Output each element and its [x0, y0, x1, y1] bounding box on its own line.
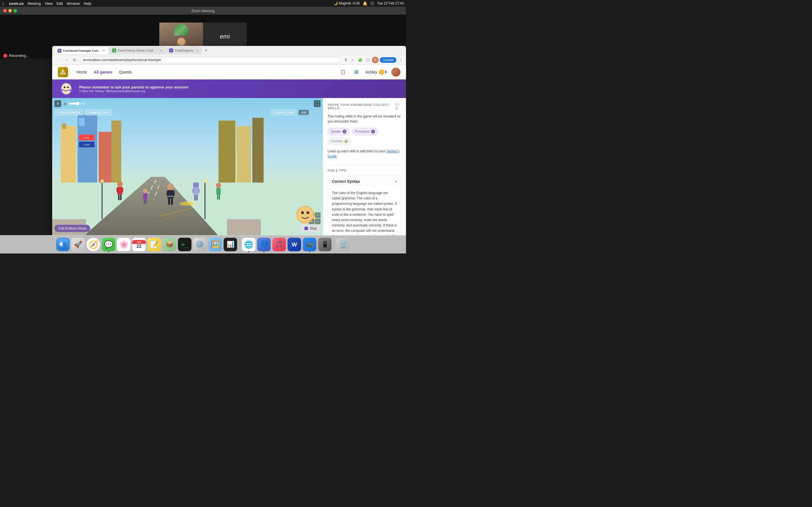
scene-code-button[interactable]: + Scene Code — [270, 109, 296, 115]
dock-icon-word[interactable]: W — [288, 238, 301, 251]
menu-window[interactable]: Window — [67, 1, 80, 6]
skill-badge-syntax[interactable]: Syntax i — [327, 128, 350, 135]
nav-quests[interactable]: Quests — [119, 70, 132, 74]
nav-home[interactable]: Home — [77, 70, 87, 74]
svg-rect-51 — [196, 195, 198, 201]
svg-rect-17 — [252, 118, 264, 182]
svg-point-30 — [203, 179, 207, 183]
url-bar[interactable]: terminaltwo.com/dashboard/play/functiona… — [80, 57, 341, 63]
menubar-maghrib: 🌙 Maghrib -0:28 — [334, 1, 359, 5]
svg-point-54 — [216, 183, 221, 188]
how-to-code-button[interactable]: + How to Code — [85, 109, 112, 115]
menu-edit[interactable]: Edit — [56, 1, 63, 6]
apple-menu[interactable]:  — [2, 1, 4, 6]
fun-tips-section: FUN & TIPS Correct Syntax ∧ The rules of… — [327, 169, 402, 235]
svg-rect-56 — [217, 194, 218, 200]
dock-icon-music[interactable]: 🎵 — [272, 238, 286, 251]
skill-badge-functions[interactable]: Functions i — [352, 128, 378, 135]
dock-icon-terminal[interactable]: >_ — [178, 238, 192, 251]
svg-text:SYN: SYN — [84, 136, 89, 139]
traffic-lights[interactable] — [3, 9, 17, 12]
dock-icon-photos[interactable]: 🌸 — [117, 238, 131, 251]
activity-monitor-icon: 📊 — [227, 241, 234, 248]
back-button[interactable]: ← — [54, 57, 61, 63]
dock-icon-activity-monitor[interactable]: 📊 — [223, 238, 237, 251]
svg-rect-45 — [167, 191, 168, 196]
iphone-icon: 📱 — [321, 241, 329, 248]
how-to-dance-button[interactable]: + How to Dance — [54, 109, 83, 115]
tab-functional[interactable]: T Functional Freestyle Cod... ✕ — [54, 47, 109, 54]
exit-endless-mode-button[interactable]: Exit Endless Mode — [54, 225, 90, 232]
dock-icon-finder[interactable] — [56, 238, 70, 251]
functions-info-icon[interactable]: i — [371, 129, 375, 133]
tab-food-frenzy[interactable]: 🍕 Food Frenzy Game | Code Ave... ✕ — [109, 47, 166, 54]
svg-point-59 — [182, 202, 193, 205]
vscode-icon: 💙 — [260, 240, 268, 248]
panel-header: PROVE YOUR KNOWLEDGE COLLECT SKILLS 0 / … — [327, 103, 402, 110]
nav-all-games[interactable]: All games — [94, 70, 112, 74]
messages-icon: 💬 — [104, 240, 113, 249]
dock-icon-system-prefs[interactable]: ⚙️ — [193, 238, 207, 251]
settings-icon[interactable]: ⚙️ — [352, 68, 361, 76]
volume-bar[interactable] — [69, 103, 86, 105]
safari-icon: 🧭 — [89, 240, 98, 249]
website-content: Home All games Quests 📋 ⚙️ Ashley 🪙 6 — [52, 65, 406, 235]
minimize-button[interactable] — [8, 9, 12, 12]
maximize-button[interactable] — [13, 9, 17, 12]
tab-label-functional: Functional Freestyle Cod... — [63, 49, 100, 52]
dock-icon-trash[interactable]: 🗑️ — [336, 238, 350, 251]
add-button[interactable]: Add — [299, 110, 309, 115]
panel-description: The coding skills in this game will be r… — [327, 114, 402, 124]
menu-help[interactable]: Help — [84, 1, 91, 6]
expand-bottomright-button[interactable]: ↘ — [315, 219, 320, 224]
feedback-icon[interactable]: 📋 — [338, 68, 347, 76]
browser-window: T Functional Freestyle Cod... ✕ 🍕 Food F… — [52, 46, 406, 235]
syntax-info-icon[interactable]: i — [343, 129, 347, 133]
dock-icon-messages[interactable]: 💬 — [102, 238, 115, 251]
dock-icon-calendar[interactable]: FEB 22 — [132, 238, 146, 251]
tab-close-functional[interactable]: ✕ — [102, 49, 106, 53]
game-area: SYN CORP — [52, 98, 406, 235]
menu-icon[interactable]: ⋮ — [398, 57, 404, 63]
sidebar-icon[interactable]: ⬜ — [364, 57, 371, 63]
extension-icon[interactable]: 🧩 — [357, 57, 363, 63]
dock-icon-vscode[interactable]: 💙 — [257, 238, 271, 251]
fullscreen-button[interactable]: ⛶ — [314, 100, 320, 107]
svg-rect-53 — [198, 188, 200, 193]
new-tab-button[interactable]: + — [202, 47, 210, 54]
refresh-button[interactable]: ↻ — [71, 57, 78, 63]
svg-point-41 — [167, 183, 174, 190]
banner-title: Please remember to ask your parents to a… — [79, 85, 188, 89]
user-avatar[interactable] — [391, 68, 400, 76]
dock-icon-tw[interactable]: 📦 — [163, 238, 176, 251]
user-name: Ashley — [365, 70, 377, 74]
tab-close-cc[interactable]: ✕ — [195, 48, 199, 52]
expand-topright-button[interactable]: ↗ — [315, 212, 320, 218]
tab-codecapture[interactable]: C CodeCapture ✕ — [166, 47, 202, 54]
dock-icon-safari[interactable]: 🧭 — [87, 238, 100, 251]
zoom-dot — [309, 251, 310, 252]
stop-button[interactable]: Stop — [301, 225, 320, 232]
volume-control[interactable]: 🔊 — [63, 102, 86, 106]
dock-icon-preview[interactable]: 🖼️ — [208, 238, 222, 251]
menu-view[interactable]: View — [45, 1, 52, 6]
dock-icon-zoom[interactable]: 📹 — [303, 238, 316, 251]
forward-button[interactable]: → — [63, 57, 70, 63]
menu-meeting[interactable]: Meeting — [28, 1, 41, 6]
profile-icon[interactable]: A — [372, 57, 378, 63]
dock-icon-chrome[interactable]: 🌐 — [242, 238, 255, 251]
game-viewport: SYN CORP — [52, 98, 323, 235]
close-button[interactable] — [3, 9, 7, 12]
game-controls-top: ⏸ 🔊 ⛶ — [54, 100, 320, 107]
tip-card-header[interactable]: Correct Syntax ∧ — [328, 176, 401, 187]
pause-button[interactable]: ⏸ — [54, 100, 61, 107]
dock-icon-notes[interactable]: 📝 — [147, 238, 161, 251]
dock-icon-launchpad[interactable]: 🚀 — [71, 238, 85, 251]
dock-icon-iphone[interactable]: 📱 — [318, 238, 332, 251]
tab-close-food[interactable]: ✕ — [159, 48, 163, 52]
app-name[interactable]: zoom.us — [9, 1, 24, 6]
share-icon[interactable]: ⬆ — [343, 57, 349, 63]
bookmark-icon[interactable]: ☆ — [350, 57, 356, 63]
update-button[interactable]: Update — [380, 57, 396, 63]
svg-rect-50 — [194, 195, 196, 201]
